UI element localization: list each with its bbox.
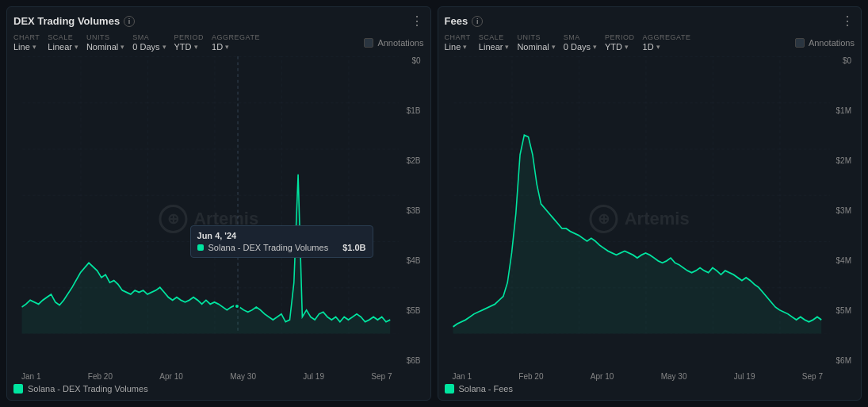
units-label: UNITS — [86, 33, 124, 41]
panel-title-text: DEX Trading Volumes — [13, 15, 120, 27]
controls-row: CHART Line ▾ SCALE Linear ▾ UNITS Nomina… — [13, 33, 424, 52]
sma-value: 0 Days — [132, 42, 159, 52]
units-arrow: ▾ — [120, 43, 124, 51]
chart-value-2: Line — [445, 42, 461, 52]
units-label-2: UNITS — [517, 33, 555, 41]
chart-select-2[interactable]: Line ▾ — [445, 42, 471, 52]
dots-menu-2[interactable]: ⋮ — [841, 13, 855, 29]
chart-control: CHART Line ▾ — [13, 33, 40, 52]
y-axis-labels-2: $6M $5M $4M $3M $2M $1M $0 — [836, 56, 853, 365]
annotations-toggle-2[interactable]: Annotations — [795, 38, 855, 48]
sma-select-2[interactable]: 0 Days ▾ — [564, 42, 597, 52]
chart-area-1[interactable]: ⊕ Artemis $6M $5M $4M $3M $2M $1M $0 — [445, 56, 855, 381]
panel-title-text-2: Fees — [445, 15, 468, 27]
legend-dot-2 — [445, 384, 454, 394]
chart-label-2: CHART — [445, 33, 471, 41]
aggregate-label-2: AGGREGATE — [643, 33, 691, 41]
scale-select-2[interactable]: Linear ▾ — [479, 42, 510, 52]
aggregate-arrow-2: ▾ — [656, 43, 660, 51]
x-axis-labels: Jan 1 Feb 20 Apr 10 May 30 Jul 19 Sep 7 — [21, 372, 392, 381]
x-axis-labels-2: Jan 1 Feb 20 Apr 10 May 30 Jul 19 Sep 7 — [453, 372, 824, 381]
annotations-checkbox[interactable] — [364, 38, 373, 48]
scale-arrow-2: ▾ — [505, 43, 509, 51]
sma-control: SMA 0 Days ▾ — [132, 33, 166, 52]
sma-value-2: 0 Days — [564, 42, 591, 52]
aggregate-select-2[interactable]: 1D ▾ — [643, 42, 691, 52]
panel-title-2: Fees i — [445, 15, 484, 27]
aggregate-value-2: 1D — [643, 42, 654, 52]
annotations-label-2: Annotations — [809, 38, 855, 48]
scale-label: SCALE — [48, 33, 78, 41]
annotations-checkbox-2[interactable] — [795, 38, 805, 48]
units-value-2: Nominal — [517, 42, 549, 52]
period-control: PERIOD YTD ▾ — [174, 33, 205, 52]
sma-control-2: SMA 0 Days ▾ — [564, 33, 597, 52]
chart-select[interactable]: Line ▾ — [13, 42, 40, 52]
aggregate-control: AGGREGATE 1D ▾ — [212, 33, 260, 52]
chart-svg — [13, 56, 424, 381]
dots-menu[interactable]: ⋮ — [411, 13, 424, 29]
period-control-2: PERIOD YTD ▾ — [605, 33, 635, 52]
legend-2: Solana - Fees — [445, 384, 855, 394]
annotations-label: Annotations — [377, 38, 423, 48]
scale-arrow: ▾ — [75, 43, 78, 51]
aggregate-arrow: ▾ — [225, 43, 229, 51]
period-arrow-2: ▾ — [625, 43, 629, 51]
units-control-2: UNITS Nominal ▾ — [517, 33, 555, 52]
legend-label-2: Solana - Fees — [459, 384, 513, 394]
scale-label-2: SCALE — [479, 33, 510, 41]
scale-control: SCALE Linear ▾ — [48, 33, 78, 52]
chart-area-0[interactable]: ⊕ Artemis $6B $5B $4B $3B $2B — [13, 56, 424, 381]
fees-panel: Fees i ⋮ CHART Line ▾ SCALE Linear ▾ UNI… — [438, 6, 862, 401]
controls-row-2: CHART Line ▾ SCALE Linear ▾ UNITS Nomina… — [445, 33, 855, 52]
chart-svg-2 — [445, 56, 855, 381]
legend: Solana - DEX Trading Volumes — [13, 384, 424, 394]
panel-header: DEX Trading Volumes i ⋮ — [13, 13, 424, 29]
aggregate-control-2: AGGREGATE 1D ▾ — [643, 33, 691, 52]
period-label-2: PERIOD — [605, 33, 635, 41]
aggregate-value: 1D — [212, 42, 223, 52]
sma-arrow-2: ▾ — [593, 43, 597, 51]
aggregate-select[interactable]: 1D ▾ — [212, 42, 260, 52]
sma-label-2: SMA — [564, 33, 597, 41]
info-icon-2[interactable]: i — [472, 16, 483, 27]
scale-value: Linear — [48, 42, 72, 52]
panel-title: DEX Trading Volumes i — [13, 15, 135, 27]
scale-control-2: SCALE Linear ▾ — [479, 33, 510, 52]
chart-control-2: CHART Line ▾ — [445, 33, 471, 52]
aggregate-label: AGGREGATE — [212, 33, 260, 41]
sma-arrow: ▾ — [163, 43, 166, 51]
period-select-2[interactable]: YTD ▾ — [605, 42, 635, 52]
sma-label: SMA — [132, 33, 166, 41]
chart-arrow: ▾ — [33, 43, 36, 51]
annotations-toggle[interactable]: Annotations — [364, 38, 423, 48]
chart-value: Line — [13, 42, 30, 52]
dex-volumes-panel: DEX Trading Volumes i ⋮ CHART Line ▾ SCA… — [6, 6, 431, 401]
legend-dot — [13, 384, 23, 394]
scale-select[interactable]: Linear ▾ — [48, 42, 78, 52]
info-icon[interactable]: i — [124, 16, 135, 27]
panel-header-2: Fees i ⋮ — [445, 13, 855, 29]
period-select[interactable]: YTD ▾ — [174, 42, 205, 52]
units-select[interactable]: Nominal ▾ — [86, 42, 124, 52]
units-arrow-2: ▾ — [552, 43, 556, 51]
period-label: PERIOD — [174, 33, 205, 41]
sma-select[interactable]: 0 Days ▾ — [132, 42, 166, 52]
units-select-2[interactable]: Nominal ▾ — [517, 42, 555, 52]
legend-label: Solana - DEX Trading Volumes — [28, 384, 148, 394]
period-arrow: ▾ — [194, 43, 198, 51]
y-axis-labels: $6B $5B $4B $3B $2B $1B $0 — [407, 56, 423, 365]
chart-arrow-2: ▾ — [463, 43, 467, 51]
units-control: UNITS Nominal ▾ — [86, 33, 124, 52]
crosshair-dot — [234, 303, 240, 309]
period-value-2: YTD — [605, 42, 622, 52]
scale-value-2: Linear — [479, 42, 503, 52]
chart-label: CHART — [13, 33, 40, 41]
units-value: Nominal — [86, 42, 118, 52]
period-value: YTD — [174, 42, 192, 52]
